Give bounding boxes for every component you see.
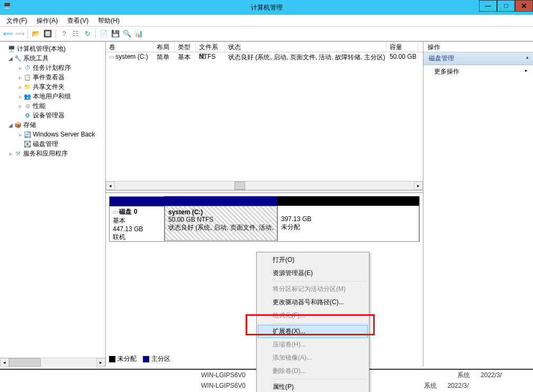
tree-root[interactable]: 🖥️计算机管理(本地): [0, 44, 105, 53]
ctx-open[interactable]: 打开(O): [258, 253, 368, 267]
props-icon[interactable]: 🔲: [43, 29, 52, 39]
titlebar: 🖥️ 计算机管理: [0, 0, 533, 15]
volume-list: 卷 布局 类型 文件系统 状态 容量 ▭ system (C:) 简单 基本 N…: [106, 42, 423, 190]
vol-capacity: 50.00 GB: [386, 52, 418, 62]
tree-storage-label: 存储: [23, 121, 36, 130]
actions-pane: 操作 磁盘管理▴ 更多操作▸: [423, 42, 533, 367]
tool-b-icon[interactable]: 💾: [111, 29, 120, 39]
volume-hscrollbar[interactable]: ◂ ▸: [106, 181, 423, 190]
vol-scroll-right-icon[interactable]: ▸: [414, 181, 423, 190]
vol-name: system (C:): [115, 53, 148, 60]
vol-type: 基本: [175, 52, 196, 62]
ctx-explorer[interactable]: 资源管理器(E): [258, 267, 368, 280]
ctx-properties[interactable]: 属性(P): [258, 380, 368, 392]
back-icon[interactable]: ⟸: [3, 29, 13, 39]
tree-event-viewer-label: 事件查看器: [33, 73, 65, 82]
col-volume[interactable]: 卷: [106, 42, 153, 52]
tree-storage[interactable]: ◢📦存储: [0, 120, 105, 130]
ctx-extend-volume[interactable]: 扩展卷(X)...: [258, 325, 368, 338]
tree-system-tools[interactable]: ◢🔧系统工具: [0, 53, 105, 63]
refresh-icon[interactable]: ↻: [83, 29, 92, 39]
tree-server-backup-label: Windows Server Back: [33, 131, 95, 138]
volume-header: 卷 布局 类型 文件系统 状态 容量: [106, 42, 423, 52]
partition-system[interactable]: system (C:) 50.00 GB NTFS 状态良好 (系统, 启动, …: [165, 197, 278, 241]
disk-label[interactable]: ▭ 磁盘 0 基本 447.13 GB 联机: [110, 197, 165, 241]
menu-file[interactable]: 文件(F): [2, 15, 31, 26]
legend-unalloc-swatch: [109, 356, 115, 362]
part1-name: system (C:): [168, 208, 203, 216]
views-icon[interactable]: ☷: [71, 29, 80, 39]
scroll-left-icon[interactable]: ◂: [0, 358, 9, 367]
scroll-thumb[interactable]: [9, 358, 41, 367]
ctx-delete-volume: 删除卷(D)...: [258, 364, 368, 378]
bg-sys2: 系统: [424, 381, 437, 390]
tree-services-apps-label: 服务和应用程序: [23, 149, 68, 158]
bg-sys: 系统: [457, 371, 470, 380]
tool-c-icon[interactable]: 🔍: [122, 29, 132, 39]
tool-d-icon[interactable]: 📊: [134, 29, 143, 39]
disk-row: ▭ 磁盘 0 基本 447.13 GB 联机 system (C:) 50.00…: [109, 196, 420, 242]
tree-hscrollbar[interactable]: ◂ ▸: [0, 358, 105, 367]
actions-section[interactable]: 磁盘管理▴: [423, 52, 533, 65]
legend: 未分配 主分区: [109, 354, 170, 363]
ctx-change-drive-letter[interactable]: 更改驱动器号和路径(C)...: [258, 296, 368, 309]
forward-icon[interactable]: ⟹: [15, 29, 24, 39]
actions-section-label: 磁盘管理: [429, 54, 454, 62]
vol-fs: NTFS: [196, 52, 225, 62]
tree-disk-mgmt[interactable]: 💽磁盘管理: [0, 139, 105, 149]
tree-disk-mgmt-label: 磁盘管理: [33, 140, 58, 149]
volume-row[interactable]: ▭ system (C:) 简单 基本 NTFS 状态良好 (系统, 启动, 页…: [106, 52, 423, 62]
ctx-mark-active: 将分区标记为活动分区(M): [258, 282, 368, 296]
tree-event-viewer[interactable]: ▹📋事件查看器: [0, 72, 105, 82]
disk-icon: ▭: [113, 209, 118, 215]
tree-root-label: 计算机管理(本地): [17, 44, 66, 53]
tree-shared-folders[interactable]: ▹📁共享文件夹: [0, 82, 105, 92]
disk-size: 447.13 GB: [113, 225, 143, 233]
ctx-shrink-volume: 压缩卷(H)...: [258, 338, 368, 351]
tree-task-scheduler-label: 任务计划程序: [33, 63, 71, 72]
tree-device-manager[interactable]: ⚙设备管理器: [0, 111, 105, 120]
legend-unalloc-label: 未分配: [118, 355, 137, 362]
bg-date2: 2022/3/: [447, 382, 468, 389]
menu-view[interactable]: 查看(V): [63, 15, 93, 26]
bg-host2: WIN-LGIPS6V0: [201, 382, 246, 389]
legend-primary-swatch: [143, 356, 149, 362]
disk-status: 联机: [113, 233, 125, 241]
tree-device-manager-label: 设备管理器: [33, 111, 65, 120]
partition-unallocated[interactable]: 397.13 GB 未分配: [278, 197, 419, 241]
minimize-button[interactable]: [479, 0, 497, 12]
ctx-format: 格式化(F)...: [258, 309, 368, 322]
tree-local-users[interactable]: ▹👥本地用户和组: [0, 92, 105, 101]
col-filesystem[interactable]: 文件系统: [196, 42, 225, 52]
tree-performance[interactable]: ▹⊘性能: [0, 101, 105, 111]
tree-server-backup[interactable]: ▹🔄Windows Server Back: [0, 130, 105, 139]
vol-scroll-left-icon[interactable]: ◂: [106, 181, 115, 190]
part1-size: 50.00 GB NTFS: [168, 216, 213, 223]
tree-services-apps[interactable]: ▹⚒服务和应用程序: [0, 149, 105, 158]
part2-size: 397.13 GB: [281, 215, 311, 223]
toolbar: ⟸ ⟹ 📂 🔲 ? ☷ ↻ 📄 💾 🔍 📊: [0, 26, 533, 41]
menu-action[interactable]: 操作(A): [32, 15, 62, 26]
maximize-button[interactable]: [497, 0, 515, 12]
app-icon: 🖥️: [3, 2, 14, 13]
vol-layout: 简单: [153, 52, 175, 62]
tool-a-icon[interactable]: 📄: [99, 29, 109, 39]
tree-performance-label: 性能: [33, 102, 46, 111]
col-capacity[interactable]: 容量: [386, 42, 418, 52]
actions-more-label: 更多操作: [434, 68, 459, 75]
scroll-right-icon[interactable]: ▸: [96, 358, 105, 367]
legend-primary-label: 主分区: [151, 355, 170, 362]
tree-local-users-label: 本地用户和组: [33, 92, 71, 101]
bg-host1: WIN-LGIPS6V0: [201, 371, 246, 379]
vol-status: 状态良好 (系统, 启动, 页面文件, 活动, 故障转储, 主分区): [225, 52, 386, 62]
up-icon[interactable]: 📂: [31, 29, 41, 39]
col-status[interactable]: 状态: [225, 42, 386, 52]
help-icon[interactable]: ?: [59, 29, 69, 39]
col-type[interactable]: 类型: [175, 42, 196, 52]
col-layout[interactable]: 布局: [153, 42, 175, 52]
menu-help[interactable]: 帮助(H): [94, 15, 124, 26]
actions-more[interactable]: 更多操作▸: [423, 65, 533, 78]
tree-task-scheduler[interactable]: ▹⏱任务计划程序: [0, 63, 105, 72]
vol-scroll-thumb[interactable]: [234, 181, 245, 190]
close-button[interactable]: [515, 0, 533, 12]
